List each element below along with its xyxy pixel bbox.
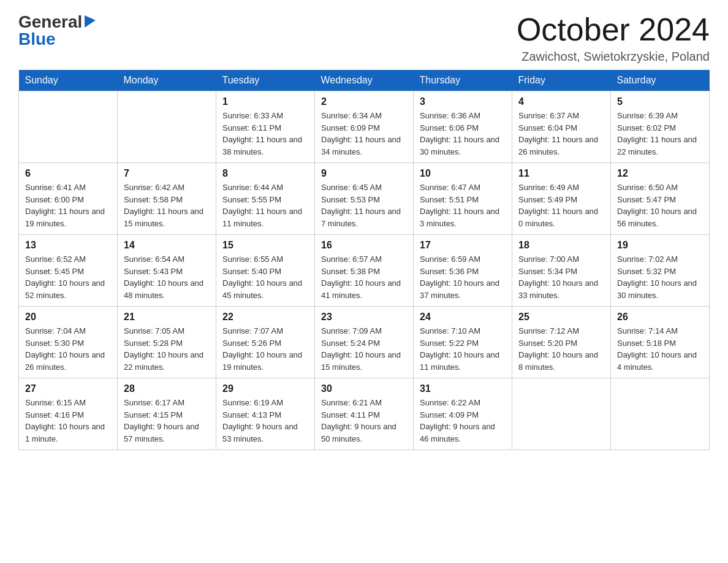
day-info: Sunrise: 6:33 AMSunset: 6:11 PMDaylight:… <box>222 110 308 158</box>
calendar-cell: 20Sunrise: 7:04 AMSunset: 5:30 PMDayligh… <box>19 307 118 378</box>
day-number: 26 <box>617 312 703 323</box>
calendar-cell <box>19 91 118 163</box>
calendar-cell: 18Sunrise: 7:00 AMSunset: 5:34 PMDayligh… <box>512 235 611 307</box>
day-info: Sunrise: 7:04 AMSunset: 5:30 PMDaylight:… <box>25 325 111 373</box>
logo-blue: Blue <box>18 31 56 48</box>
day-info: Sunrise: 6:21 AMSunset: 4:11 PMDaylight:… <box>321 397 407 445</box>
day-number: 27 <box>25 383 111 394</box>
calendar-cell: 10Sunrise: 6:47 AMSunset: 5:51 PMDayligh… <box>414 163 512 235</box>
calendar-cell: 30Sunrise: 6:21 AMSunset: 4:11 PMDayligh… <box>315 378 414 450</box>
day-number: 14 <box>124 240 210 251</box>
day-info: Sunrise: 7:02 AMSunset: 5:32 PMDaylight:… <box>617 253 703 301</box>
calendar-cell <box>118 91 216 163</box>
day-info: Sunrise: 6:44 AMSunset: 5:55 PMDaylight:… <box>222 182 308 229</box>
calendar-cell: 16Sunrise: 6:57 AMSunset: 5:38 PMDayligh… <box>315 235 414 307</box>
day-info: Sunrise: 6:19 AMSunset: 4:13 PMDaylight:… <box>222 397 308 445</box>
calendar-cell: 15Sunrise: 6:55 AMSunset: 5:40 PMDayligh… <box>216 235 315 307</box>
calendar-cell: 26Sunrise: 7:14 AMSunset: 5:18 PMDayligh… <box>611 307 710 378</box>
calendar-cell: 25Sunrise: 7:12 AMSunset: 5:20 PMDayligh… <box>512 307 611 378</box>
day-number: 19 <box>617 240 703 251</box>
calendar-cell: 6Sunrise: 6:41 AMSunset: 6:00 PMDaylight… <box>19 163 118 235</box>
day-number: 8 <box>222 168 308 179</box>
svg-marker-0 <box>85 15 96 28</box>
calendar-cell: 14Sunrise: 6:54 AMSunset: 5:43 PMDayligh… <box>118 235 216 307</box>
week-row-2: 6Sunrise: 6:41 AMSunset: 6:00 PMDaylight… <box>19 163 710 235</box>
day-info: Sunrise: 6:17 AMSunset: 4:15 PMDaylight:… <box>124 397 210 445</box>
header-saturday: Saturday <box>611 70 710 91</box>
day-number: 25 <box>518 312 604 323</box>
day-info: Sunrise: 6:59 AMSunset: 5:36 PMDaylight:… <box>420 253 506 301</box>
day-info: Sunrise: 6:55 AMSunset: 5:40 PMDaylight:… <box>222 253 308 301</box>
day-number: 6 <box>25 168 111 179</box>
day-number: 20 <box>25 312 111 323</box>
day-info: Sunrise: 6:45 AMSunset: 5:53 PMDaylight:… <box>321 182 407 229</box>
day-number: 15 <box>222 240 308 251</box>
day-number: 9 <box>321 168 407 179</box>
calendar-cell: 31Sunrise: 6:22 AMSunset: 4:09 PMDayligh… <box>414 378 512 450</box>
calendar-cell: 7Sunrise: 6:42 AMSunset: 5:58 PMDaylight… <box>118 163 216 235</box>
logo-triangle-icon <box>85 15 96 30</box>
day-info: Sunrise: 6:49 AMSunset: 5:49 PMDaylight:… <box>518 182 604 229</box>
day-number: 13 <box>25 240 111 251</box>
header-sunday: Sunday <box>19 70 118 91</box>
week-row-5: 27Sunrise: 6:15 AMSunset: 4:16 PMDayligh… <box>19 378 710 450</box>
day-info: Sunrise: 7:10 AMSunset: 5:22 PMDaylight:… <box>420 325 506 373</box>
calendar-cell: 23Sunrise: 7:09 AMSunset: 5:24 PMDayligh… <box>315 307 414 378</box>
week-row-3: 13Sunrise: 6:52 AMSunset: 5:45 PMDayligh… <box>19 235 710 307</box>
calendar-cell: 27Sunrise: 6:15 AMSunset: 4:16 PMDayligh… <box>19 378 118 450</box>
day-number: 30 <box>321 383 407 394</box>
calendar-cell <box>512 378 611 450</box>
day-number: 24 <box>420 312 506 323</box>
calendar-cell: 12Sunrise: 6:50 AMSunset: 5:47 PMDayligh… <box>611 163 710 235</box>
day-info: Sunrise: 6:54 AMSunset: 5:43 PMDaylight:… <box>124 253 210 301</box>
day-number: 16 <box>321 240 407 251</box>
day-info: Sunrise: 6:15 AMSunset: 4:16 PMDaylight:… <box>25 397 111 445</box>
calendar-cell: 29Sunrise: 6:19 AMSunset: 4:13 PMDayligh… <box>216 378 315 450</box>
calendar-cell: 19Sunrise: 7:02 AMSunset: 5:32 PMDayligh… <box>611 235 710 307</box>
day-info: Sunrise: 6:34 AMSunset: 6:09 PMDaylight:… <box>321 110 407 158</box>
calendar-cell: 2Sunrise: 6:34 AMSunset: 6:09 PMDaylight… <box>315 91 414 163</box>
day-info: Sunrise: 6:47 AMSunset: 5:51 PMDaylight:… <box>420 182 506 229</box>
calendar-cell: 3Sunrise: 6:36 AMSunset: 6:06 PMDaylight… <box>414 91 512 163</box>
calendar-cell: 8Sunrise: 6:44 AMSunset: 5:55 PMDaylight… <box>216 163 315 235</box>
calendar-cell: 4Sunrise: 6:37 AMSunset: 6:04 PMDaylight… <box>512 91 611 163</box>
day-info: Sunrise: 6:57 AMSunset: 5:38 PMDaylight:… <box>321 253 407 301</box>
logo: General Blue <box>18 12 96 48</box>
day-info: Sunrise: 6:41 AMSunset: 6:00 PMDaylight:… <box>25 182 111 229</box>
month-title: October 2024 <box>517 12 710 47</box>
day-number: 22 <box>222 312 308 323</box>
day-number: 10 <box>420 168 506 179</box>
header-tuesday: Tuesday <box>216 70 315 91</box>
day-number: 21 <box>124 312 210 323</box>
day-info: Sunrise: 7:07 AMSunset: 5:26 PMDaylight:… <box>222 325 308 373</box>
header-friday: Friday <box>512 70 611 91</box>
day-info: Sunrise: 6:36 AMSunset: 6:06 PMDaylight:… <box>420 110 506 158</box>
day-number: 3 <box>420 96 506 107</box>
calendar-cell <box>611 378 710 450</box>
day-number: 7 <box>124 168 210 179</box>
calendar-header-row: SundayMondayTuesdayWednesdayThursdayFrid… <box>19 70 710 91</box>
day-info: Sunrise: 6:42 AMSunset: 5:58 PMDaylight:… <box>124 182 210 229</box>
calendar-cell: 24Sunrise: 7:10 AMSunset: 5:22 PMDayligh… <box>414 307 512 378</box>
calendar-cell: 17Sunrise: 6:59 AMSunset: 5:36 PMDayligh… <box>414 235 512 307</box>
day-info: Sunrise: 6:39 AMSunset: 6:02 PMDaylight:… <box>617 110 703 158</box>
day-info: Sunrise: 6:22 AMSunset: 4:09 PMDaylight:… <box>420 397 506 445</box>
header-monday: Monday <box>118 70 216 91</box>
day-number: 11 <box>518 168 604 179</box>
calendar-cell: 13Sunrise: 6:52 AMSunset: 5:45 PMDayligh… <box>19 235 118 307</box>
day-number: 31 <box>420 383 506 394</box>
calendar-cell: 11Sunrise: 6:49 AMSunset: 5:49 PMDayligh… <box>512 163 611 235</box>
day-number: 28 <box>124 383 210 394</box>
day-info: Sunrise: 6:50 AMSunset: 5:47 PMDaylight:… <box>617 182 703 229</box>
day-number: 2 <box>321 96 407 107</box>
calendar-cell: 28Sunrise: 6:17 AMSunset: 4:15 PMDayligh… <box>118 378 216 450</box>
day-number: 17 <box>420 240 506 251</box>
day-number: 4 <box>518 96 604 107</box>
day-info: Sunrise: 7:00 AMSunset: 5:34 PMDaylight:… <box>518 253 604 301</box>
calendar-cell: 9Sunrise: 6:45 AMSunset: 5:53 PMDaylight… <box>315 163 414 235</box>
day-number: 1 <box>222 96 308 107</box>
page-header: General Blue October 2024 Zawichost, Swi… <box>18 12 710 64</box>
calendar-cell: 21Sunrise: 7:05 AMSunset: 5:28 PMDayligh… <box>118 307 216 378</box>
day-number: 18 <box>518 240 604 251</box>
day-info: Sunrise: 6:37 AMSunset: 6:04 PMDaylight:… <box>518 110 604 158</box>
